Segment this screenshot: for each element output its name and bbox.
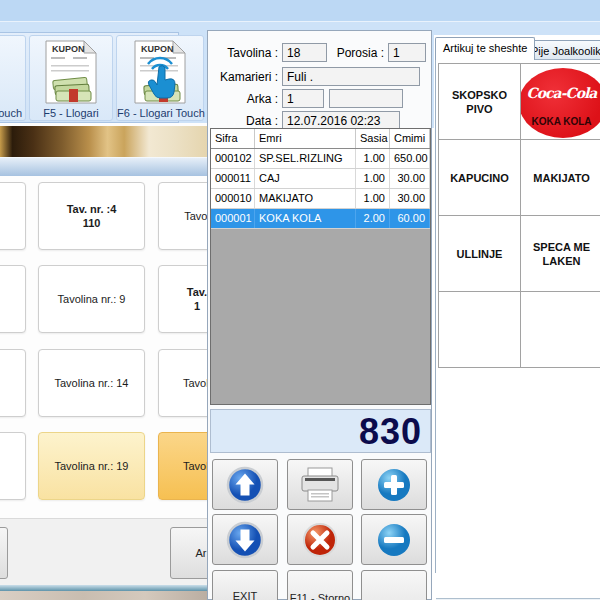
print-button[interactable] [287, 459, 353, 510]
column-header-sifra[interactable]: Sifra [211, 129, 255, 148]
desktop-strip [0, 591, 207, 600]
toolbar-button-f5-llogari[interactable]: KUPON F5 - Llogari [29, 35, 113, 121]
products-grid: SKOPSKO PIVO Coca-Cola KOKA KOLA KAPUCIN… [438, 63, 600, 367]
table-button-sublabel: 1 [194, 299, 200, 313]
cell-sasia: 2.00 [356, 209, 390, 228]
table-button-tav-4[interactable]: Tav. nr. :4 110 [38, 182, 145, 250]
toolbar-button-label: Touch [0, 107, 25, 119]
move-up-button[interactable] [212, 459, 278, 510]
cell-cmimi: 30.00 [390, 169, 430, 188]
down-arrow-icon [225, 520, 265, 560]
exit-button[interactable]: EXIT [212, 570, 278, 600]
table-button-tav-9[interactable]: Tavolina nr.: 9 [38, 265, 145, 333]
column-header-cmimi[interactable]: Cmimi [390, 129, 430, 148]
cancel-icon [300, 520, 340, 560]
product-button-skopsko-pivo[interactable]: SKOPSKO PIVO [438, 63, 521, 140]
table-button-tav-19[interactable]: Tavolina nr.: 19 [38, 432, 145, 500]
left-footer-bar: Ar [0, 518, 207, 585]
table-button-sublabel: 110 [83, 216, 101, 230]
order-table-row[interactable]: 000011 CAJ 1.00 30.00 [211, 169, 430, 189]
title-band [0, 0, 600, 22]
data-label: Data : [230, 114, 278, 128]
column-header-sasia[interactable]: Sasia [356, 129, 390, 148]
footer-button-partial[interactable]: Ar [170, 527, 207, 579]
products-panel: Artikuj te sheshte Pije Joalkoolike SKOP… [434, 35, 600, 600]
product-button-empty[interactable] [520, 291, 600, 368]
table-button-partial[interactable] [0, 182, 26, 250]
products-tab-page: SKOPSKO PIVO Coca-Cola KOKA KOLA KAPUCIN… [435, 59, 600, 573]
cell-sasia: 1.00 [356, 169, 390, 188]
footer-button-partial[interactable] [0, 527, 8, 579]
table-button-partial[interactable] [0, 265, 26, 333]
minus-icon [374, 520, 414, 560]
footer-button-label: Ar [196, 547, 207, 559]
product-button-koka-kola[interactable]: Coca-Cola KOKA KOLA [520, 63, 600, 140]
table-button-partial[interactable] [0, 349, 26, 417]
order-items-table: Sifra Emri Sasia Cmimi 000102 SP.SEL.RIZ… [210, 128, 431, 405]
pos-app-window: Touch KUPON [0, 0, 600, 600]
cell-sasia: 1.00 [356, 189, 390, 208]
arka-field-2[interactable] [329, 89, 403, 108]
cell-emri: KOKA KOLA [255, 209, 356, 228]
table-button-partial[interactable]: Tavol [158, 182, 207, 250]
order-total-display: 830 [210, 409, 431, 453]
product-label: SPECA ME LAKEN [523, 240, 600, 268]
tab-artikuj-te-sheshte[interactable]: Artikuj te sheshte [435, 37, 535, 60]
up-arrow-icon [225, 465, 265, 505]
kamarieri-field[interactable]: Fuli . [282, 67, 420, 86]
decrease-quantity-button[interactable] [361, 514, 427, 565]
header-banner-image [0, 126, 207, 157]
order-table-row[interactable]: 000010 MAKIJATO 1.00 30.00 [211, 189, 430, 209]
table-button-label: Tav. nr. :4 [67, 202, 117, 216]
table-button-label: Tav. [187, 285, 207, 299]
order-table-row-selected[interactable]: 000001 KOKA KOLA 2.00 60.00 [211, 209, 430, 229]
toolbar-button-touch-partial[interactable]: Touch [0, 35, 26, 121]
move-down-button[interactable] [212, 514, 278, 565]
cell-sifra: 000011 [211, 169, 255, 188]
toolbar-group: Touch KUPON [0, 32, 179, 123]
cancel-item-button[interactable] [287, 514, 353, 565]
tavolina-label: Tavolina : [216, 46, 278, 60]
toolbar-button-f6-llogari-touch[interactable]: KUPON [116, 35, 204, 121]
order-panel: Tavolina : 18 Porosia : 1 Kamarieri : Fu… [207, 30, 432, 600]
table-button-partial[interactable] [0, 432, 26, 500]
cell-sifra: 000010 [211, 189, 255, 208]
tavolina-field[interactable]: 18 [282, 43, 327, 62]
cell-sifra: 000102 [211, 149, 255, 168]
increase-quantity-button[interactable] [361, 459, 427, 510]
product-label: MAKIJATO [533, 171, 589, 185]
product-label: KAPUCINO [450, 171, 509, 185]
coca-cola-script-text: Coca-Cola [523, 86, 600, 100]
product-button-makijato[interactable]: MAKIJATO [520, 139, 600, 216]
toolbar-button-label: F5 - Llogari [30, 107, 112, 119]
table-button-tav-14[interactable]: Tavolina nr.: 14 [38, 349, 145, 417]
cell-emri: SP.SEL.RIZLING [255, 149, 356, 168]
order-table-row[interactable]: 000102 SP.SEL.RIZLING 1.00 650.00 [211, 149, 430, 169]
toolbar-button-label: F6 - Llogari Touch [117, 107, 203, 119]
arka-field[interactable]: 1 [282, 89, 324, 108]
incizo-button[interactable]: F9 - Incizo [361, 570, 427, 600]
product-button-speca-me-laken[interactable]: SPECA ME LAKEN [520, 215, 600, 292]
arka-label: Arka : [230, 92, 278, 106]
order-table-header: Sifra Emri Sasia Cmimi [211, 129, 430, 149]
product-button-kapucino[interactable]: KAPUCINO [438, 139, 521, 216]
product-button-ullinje[interactable]: ULLINJE [438, 215, 521, 292]
table-button-partial[interactable]: Tavoli [158, 349, 207, 417]
product-button-empty[interactable] [438, 291, 521, 368]
table-button-partial[interactable]: Tav. 1 [158, 265, 207, 333]
product-label: SKOPSKO PIVO [441, 88, 518, 116]
exit-button-label: EXIT [233, 590, 257, 600]
svg-text:KUPON: KUPON [52, 44, 85, 54]
cell-emri: CAJ [255, 169, 356, 188]
storno-button[interactable]: F11 - Storno Incizo [287, 570, 353, 600]
svg-text:KUPON: KUPON [141, 44, 174, 54]
column-header-emri[interactable]: Emri [255, 129, 356, 148]
printer-icon [298, 466, 342, 504]
table-button-label: Tavoli [183, 376, 207, 390]
table-button-partial[interactable]: Tavoli [158, 432, 207, 500]
kupon-receipt-touch-icon: KUPON [132, 39, 188, 105]
table-button-label: Tavoli [183, 459, 207, 473]
plus-icon [374, 465, 414, 505]
porosia-field[interactable]: 1 [388, 43, 426, 62]
table-button-label: Tavol [184, 209, 207, 223]
